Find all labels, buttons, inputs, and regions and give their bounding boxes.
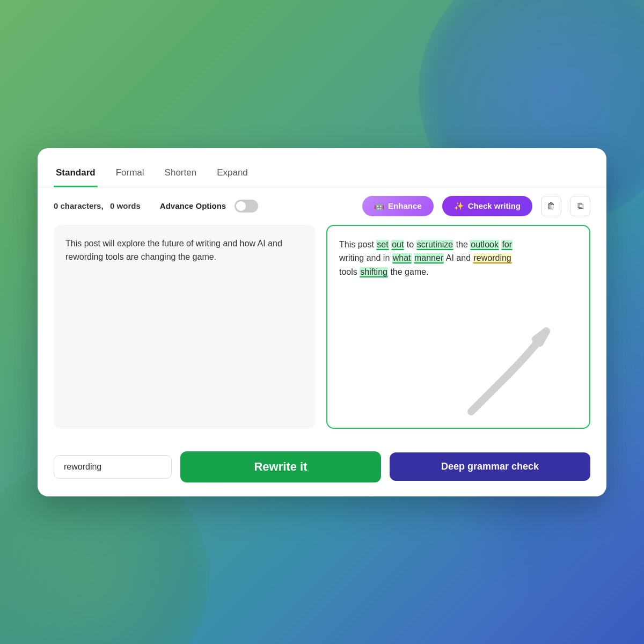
word-count: 0: [110, 201, 114, 210]
tab-standard[interactable]: Standard: [54, 161, 98, 187]
arrow-overlay: [455, 310, 573, 417]
enhance-button[interactable]: 🤖 Enhance: [362, 196, 434, 216]
copy-icon: ⧉: [577, 201, 583, 211]
char-word-count: 0 characters, 0 words: [54, 201, 141, 210]
input-text-area[interactable]: This post will explore the future of wri…: [54, 225, 316, 429]
output-word-for: for: [501, 240, 513, 250]
delete-icon: 🗑: [547, 201, 555, 211]
output-word-outlook: outlook: [470, 240, 499, 250]
advance-options-toggle[interactable]: [235, 200, 258, 213]
enhance-icon: 🤖: [374, 201, 384, 211]
output-text-4: writing and in: [339, 253, 392, 262]
main-card: Standard Formal Shorten Expand 0 charact…: [38, 148, 606, 496]
output-text-6: tools: [339, 267, 360, 276]
output-text-2: to: [404, 240, 416, 249]
output-text-5: AI and: [444, 253, 473, 262]
tab-shorten[interactable]: Shorten: [163, 161, 199, 187]
output-word-1: This post: [339, 240, 376, 249]
output-text-7: the game.: [388, 267, 429, 276]
tab-bar: Standard Formal Shorten Expand: [38, 148, 606, 187]
chars-label: characters,: [61, 201, 104, 210]
output-text-3: the: [453, 240, 470, 249]
output-word-rewording: rewording: [473, 253, 511, 264]
tab-expand[interactable]: Expand: [215, 161, 250, 187]
copy-button[interactable]: ⧉: [570, 196, 590, 216]
output-word-manner: manner: [414, 253, 444, 264]
check-writing-button[interactable]: ✨ Check writing: [442, 196, 532, 216]
advance-options-label: Advance Options: [160, 201, 226, 210]
rewrite-button[interactable]: Rewrite it: [180, 451, 381, 482]
output-word-out: out: [391, 240, 404, 250]
output-word-set: set: [376, 240, 389, 250]
grammar-check-button[interactable]: Deep grammar check: [390, 452, 590, 481]
output-text-area: This post set out to scrutinize the outl…: [326, 225, 590, 429]
words-label: words: [117, 201, 141, 210]
delete-button[interactable]: 🗑: [541, 196, 561, 216]
check-writing-icon: ✨: [454, 201, 464, 211]
rewording-input[interactable]: [54, 455, 172, 479]
char-count: 0: [54, 201, 58, 210]
output-word-shifting: shifting: [360, 267, 388, 277]
bottom-bar: Rewrite it Deep grammar check: [38, 442, 606, 496]
tab-formal[interactable]: Formal: [114, 161, 147, 187]
input-text: This post will explore the future of wri…: [65, 239, 282, 262]
output-word-what: what: [392, 253, 412, 264]
check-writing-label: Check writing: [468, 201, 521, 210]
toolbar: 0 characters, 0 words Advance Options 🤖 …: [38, 187, 606, 225]
enhance-label: Enhance: [388, 201, 422, 210]
output-word-scrutinize: scrutinize: [416, 240, 454, 250]
text-areas: This post will explore the future of wri…: [38, 225, 606, 442]
